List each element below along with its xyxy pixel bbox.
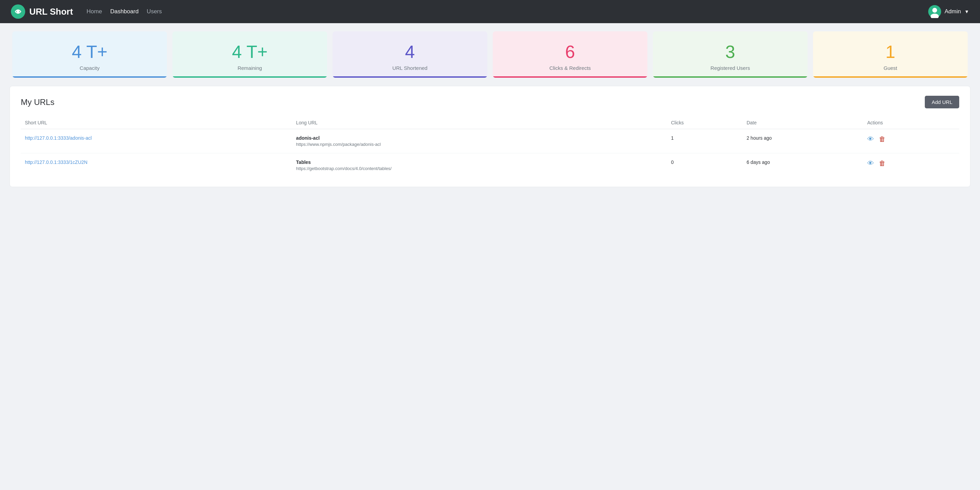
stat-card-registered-users: 3 Registered Users xyxy=(653,31,808,78)
long-url-name-0: adonis-acl xyxy=(296,135,663,141)
th-clicks: Clicks xyxy=(667,116,743,129)
stat-label-guest: Guest xyxy=(884,65,897,71)
add-url-button[interactable]: Add URL xyxy=(925,96,959,108)
stat-card-guest: 1 Guest xyxy=(813,31,968,78)
stat-value-guest: 1 xyxy=(886,42,896,62)
svg-point-3 xyxy=(932,8,937,13)
long-url-name-1: Tables xyxy=(296,159,663,165)
nav-links: Home Dashboard Users xyxy=(87,7,928,16)
td-clicks-1: 0 xyxy=(667,153,743,178)
dropdown-caret-icon: ▼ xyxy=(964,9,969,14)
nav-dashboard[interactable]: Dashboard xyxy=(110,7,138,16)
short-url-link-0[interactable]: http://127.0.0.1:3333/adonis-acl xyxy=(25,135,92,141)
th-date: Date xyxy=(743,116,863,129)
th-long-url: Long URL xyxy=(292,116,667,129)
nav-home[interactable]: Home xyxy=(87,7,102,16)
stat-label-clicks-redirects: Clicks & Redirects xyxy=(549,65,591,71)
td-date-0: 2 hours ago xyxy=(743,129,863,153)
stat-value-clicks-redirects: 6 xyxy=(565,42,575,62)
navbar: URL Short Home Dashboard Users Admin ▼ xyxy=(0,0,980,23)
th-short-url: Short URL xyxy=(21,116,292,129)
url-table: Short URL Long URL Clicks Date Actions h… xyxy=(21,116,959,177)
table-row: http://127.0.0.1:3333/adonis-acl adonis-… xyxy=(21,129,959,153)
td-actions-0: 👁 🗑 xyxy=(863,129,959,153)
table-row: http://127.0.0.1:3333/1cZU2N Tables http… xyxy=(21,153,959,178)
stat-label-url-shortened: URL Shortened xyxy=(393,65,428,71)
stat-card-remaining: 4 T+ Remaining xyxy=(172,31,327,78)
urls-section: My URLs Add URL Short URL Long URL Click… xyxy=(10,86,970,187)
stat-value-url-shortened: 4 xyxy=(405,42,415,62)
td-clicks-0: 1 xyxy=(667,129,743,153)
svg-point-1 xyxy=(17,10,19,13)
stat-label-remaining: Remaining xyxy=(237,65,262,71)
long-url-href-1: https://getbootstrap.com/docs/4.0/conten… xyxy=(296,166,663,171)
long-url-href-0: https://www.npmjs.com/package/adonis-acl xyxy=(296,142,663,147)
delete-icon-1[interactable]: 🗑 xyxy=(879,159,886,167)
stat-card-capacity: 4 T+ Capacity xyxy=(12,31,167,78)
stat-value-capacity: 4 T+ xyxy=(72,42,108,62)
view-icon-1[interactable]: 👁 xyxy=(867,159,874,167)
nav-users[interactable]: Users xyxy=(147,7,162,16)
stat-value-remaining: 4 T+ xyxy=(232,42,268,62)
stat-card-clicks-redirects: 6 Clicks & Redirects xyxy=(493,31,648,78)
user-label: Admin xyxy=(945,8,961,15)
td-date-1: 6 days ago xyxy=(743,153,863,178)
table-header-row: Short URL Long URL Clicks Date Actions xyxy=(21,116,959,129)
urls-title: My URLs xyxy=(21,97,54,107)
user-menu[interactable]: Admin ▼ xyxy=(928,5,969,18)
th-actions: Actions xyxy=(863,116,959,129)
stats-row: 4 T+ Capacity 4 T+ Remaining 4 URL Short… xyxy=(0,23,980,78)
stat-label-registered-users: Registered Users xyxy=(711,65,750,71)
brand-name: URL Short xyxy=(29,6,73,17)
td-actions-1: 👁 🗑 xyxy=(863,153,959,178)
brand-logo-icon xyxy=(11,5,25,19)
stat-card-url-shortened: 4 URL Shortened xyxy=(332,31,487,78)
td-short-url-0: http://127.0.0.1:3333/adonis-acl xyxy=(21,129,292,153)
view-icon-0[interactable]: 👁 xyxy=(867,135,874,143)
stat-label-capacity: Capacity xyxy=(80,65,100,71)
brand-link[interactable]: URL Short xyxy=(11,5,73,19)
td-long-url-1: Tables https://getbootstrap.com/docs/4.0… xyxy=(292,153,667,178)
short-url-link-1[interactable]: http://127.0.0.1:3333/1cZU2N xyxy=(25,159,88,165)
urls-header: My URLs Add URL xyxy=(21,96,959,108)
stat-value-registered-users: 3 xyxy=(725,42,735,62)
delete-icon-0[interactable]: 🗑 xyxy=(879,135,886,143)
avatar-icon xyxy=(928,5,941,18)
td-long-url-0: adonis-acl https://www.npmjs.com/package… xyxy=(292,129,667,153)
td-short-url-1: http://127.0.0.1:3333/1cZU2N xyxy=(21,153,292,178)
